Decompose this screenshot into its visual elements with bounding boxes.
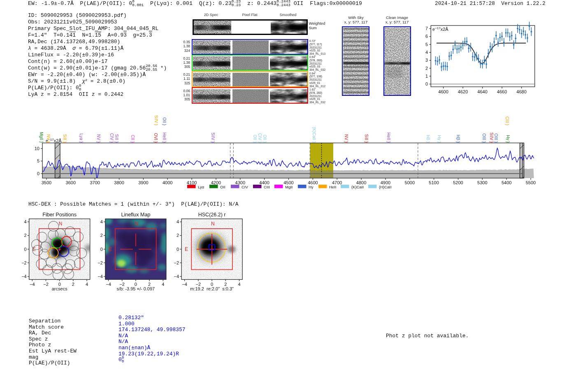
svg-text:E: E: [185, 246, 188, 252]
svg-text:4620: 4620: [458, 89, 468, 94]
svg-text:3900: 3900: [138, 180, 148, 185]
svg-text:4: 4: [238, 282, 240, 287]
svg-text:HeII: HeII: [329, 185, 336, 189]
svg-text:SiIV }: SiIV }: [489, 132, 494, 143]
svg-text:CIV: CIV: [242, 185, 249, 189]
svg-text:Lyα }: Lyα }: [79, 133, 84, 143]
svg-text:NV }: NV }: [344, 135, 348, 143]
svg-text:HeII }: HeII }: [386, 132, 391, 143]
svg-text:(H)CaII: (H)CaII: [379, 185, 392, 189]
svg-text:0: 0: [211, 282, 213, 287]
svg-text:−4: −4: [98, 274, 103, 279]
svg-text:3800: 3800: [114, 180, 124, 185]
svg-text:(K)CaII: (K)CaII: [351, 185, 364, 189]
svg-text:CIII }: CIII }: [505, 116, 509, 126]
svg-text:−2: −2: [21, 260, 27, 265]
svg-text:3600: 3600: [66, 180, 76, 185]
svg-text:6: 6: [425, 34, 428, 39]
svg-text:−4: −4: [21, 274, 27, 279]
svg-text:Fiber Positions: Fiber Positions: [42, 212, 77, 218]
svg-text:7: 7: [425, 26, 428, 31]
svg-text:2: 2: [224, 282, 227, 287]
svg-text:N: N: [59, 221, 63, 227]
svg-text:10: 10: [35, 146, 39, 151]
svg-text:0: 0: [425, 81, 428, 86]
svg-text:0: 0: [24, 247, 27, 252]
svg-text:HSC(26.2) r: HSC(26.2) r: [198, 212, 226, 218]
svg-text:−4: −4: [182, 282, 187, 287]
svg-text:4: 4: [100, 219, 103, 224]
svg-text:OII }: OII }: [162, 117, 167, 125]
svg-text:2: 2: [177, 233, 179, 238]
svg-text:OII }: OII }: [262, 135, 267, 143]
svg-text:2: 2: [24, 233, 27, 238]
svg-text:0: 0: [177, 247, 179, 252]
svg-text:4: 4: [177, 219, 179, 224]
svg-text:OII: OII: [220, 185, 225, 189]
svg-text:E: E: [109, 246, 112, 252]
svg-text:MgII }: MgII }: [39, 132, 44, 143]
svg-text:CIII: CIII: [264, 185, 270, 189]
svg-text:0: 0: [37, 171, 39, 176]
svg-text:5200: 5200: [453, 180, 463, 185]
svg-text:HeII }: HeII }: [162, 132, 167, 143]
svg-text:arcsecs: arcsecs: [52, 286, 67, 291]
svg-text:Lyα: Lyα: [198, 185, 204, 189]
svg-text:2: 2: [148, 282, 151, 287]
svg-text:OIII }: OIII }: [494, 133, 498, 143]
svg-text:−2: −2: [174, 260, 179, 265]
svg-text:4: 4: [162, 282, 164, 287]
svg-text:3500: 3500: [42, 180, 51, 185]
svg-text:N: N: [211, 221, 215, 227]
svg-text:4: 4: [425, 50, 428, 55]
svg-text:NV }: NV }: [46, 135, 51, 143]
svg-text:s/b: -3.95 +/- 0.097: s/b: -3.95 +/- 0.097: [117, 286, 155, 291]
svg-text:Hγ }: Hγ }: [437, 135, 441, 143]
svg-text:4600: 4600: [438, 89, 448, 94]
svg-text:N: N: [135, 221, 139, 227]
svg-text:OIII }: OIII }: [482, 133, 486, 143]
svg-text:Hδ }: Hδ }: [426, 135, 430, 143]
svg-text:5300: 5300: [477, 180, 487, 185]
svg-text:OVI }: OVI }: [153, 133, 158, 143]
svg-text:−2: −2: [43, 282, 49, 287]
svg-text:4: 4: [24, 219, 27, 224]
svg-text:4660: 4660: [497, 89, 507, 94]
svg-text:m:19.2 re:2.0" s:0.3": m:19.2 re:2.0" s:0.3": [190, 286, 234, 291]
svg-text:CIV }: CIV }: [258, 133, 262, 143]
svg-text:0: 0: [100, 247, 103, 252]
svg-text:SiIV }: SiIV }: [211, 132, 215, 143]
svg-text:CII }: CII }: [130, 135, 135, 143]
svg-text:3: 3: [425, 58, 428, 63]
svg-text:MgII: MgII: [285, 185, 293, 189]
svg-text:−4: −4: [30, 282, 35, 287]
svg-text:SiII }: SiII }: [114, 134, 119, 143]
svg-text:NV }: NV }: [96, 135, 101, 143]
svg-text:2: 2: [100, 233, 103, 238]
svg-text:4640: 4640: [477, 89, 487, 94]
svg-text:SiII }: SiII }: [63, 134, 67, 143]
svg-text:5100: 5100: [429, 180, 439, 185]
svg-text:−4: −4: [106, 282, 111, 287]
svg-text:Hγ: Hγ: [309, 185, 314, 189]
svg-text:Hβ }: Hβ }: [456, 135, 460, 143]
svg-text:3700: 3700: [90, 180, 100, 185]
svg-text:4000: 4000: [163, 180, 172, 185]
svg-text:SiII }: SiII }: [364, 134, 369, 143]
svg-text:0: 0: [135, 282, 137, 287]
svg-text:5: 5: [37, 158, 39, 163]
svg-text:−2: −2: [98, 260, 103, 265]
svg-text:SiIV }: SiIV }: [154, 115, 158, 126]
svg-text:−2: −2: [119, 282, 125, 287]
svg-text:e−17x2Å: e−17x2Å: [432, 26, 448, 32]
svg-text:OII }: OII }: [253, 135, 257, 143]
svg-text:0: 0: [58, 282, 61, 287]
svg-text:1: 1: [425, 74, 428, 79]
svg-text:2: 2: [72, 282, 74, 287]
svg-text:CIV }: CIV }: [109, 133, 114, 143]
svg-text:Lineflux Map: Lineflux Map: [121, 212, 150, 218]
svg-text:−2: −2: [196, 282, 201, 287]
svg-text:4100: 4100: [187, 180, 197, 185]
svg-text:4200: 4200: [211, 180, 221, 185]
svg-text:4680: 4680: [516, 89, 526, 94]
